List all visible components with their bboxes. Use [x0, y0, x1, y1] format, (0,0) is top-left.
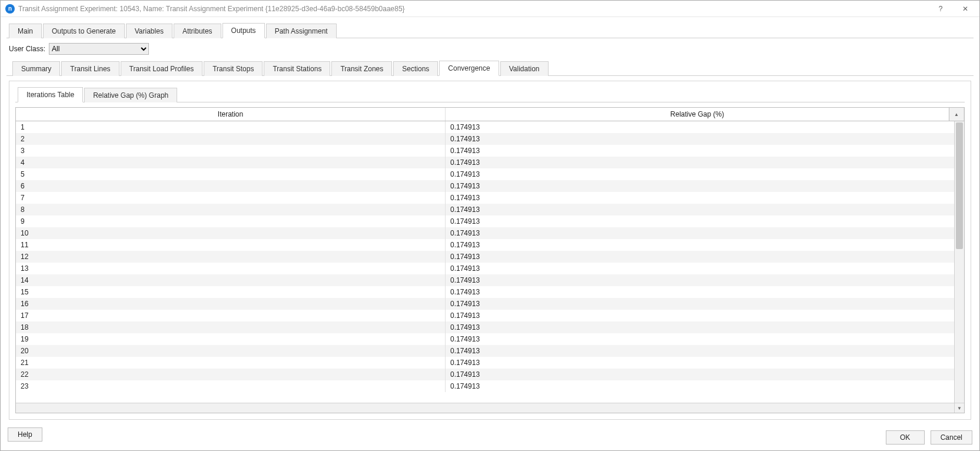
subtab-transit-lines[interactable]: Transit Lines	[61, 61, 119, 76]
table-row[interactable]: 50.174913	[16, 168, 954, 180]
table-row[interactable]: 30.174913	[16, 145, 954, 157]
tab-attributes[interactable]: Attributes	[174, 24, 221, 38]
tab-main[interactable]: Main	[9, 24, 42, 38]
cell-iteration: 21	[16, 357, 446, 369]
cell-gap: 0.174913	[446, 215, 954, 227]
user-class-select[interactable]: All	[49, 43, 149, 55]
table-row[interactable]: 120.174913	[16, 251, 954, 263]
titlebar: n Transit Assignment Experiment: 10543, …	[1, 1, 979, 17]
cell-iteration: 15	[16, 286, 446, 298]
cell-iteration: 10	[16, 227, 446, 239]
help-button[interactable]: Help	[8, 427, 42, 442]
hscroll-track	[16, 403, 954, 413]
table-row[interactable]: 20.174913	[16, 133, 954, 145]
user-class-label: User Class:	[9, 45, 45, 53]
table-row[interactable]: 110.174913	[16, 239, 954, 251]
table-row[interactable]: 230.174913	[16, 380, 954, 392]
table-row[interactable]: 140.174913	[16, 274, 954, 286]
cell-gap: 0.174913	[446, 121, 954, 133]
cell-gap: 0.174913	[446, 263, 954, 274]
cell-iteration: 19	[16, 333, 446, 345]
subtab-transit-zones[interactable]: Transit Zones	[331, 61, 392, 76]
subtab-transit-stops[interactable]: Transit Stops	[204, 61, 263, 76]
cell-iteration: 1	[16, 121, 446, 133]
tab-path-assignment[interactable]: Path Assignment	[266, 24, 337, 38]
scroll-down-icon[interactable]: ▼	[954, 403, 964, 413]
table-row[interactable]: 180.174913	[16, 321, 954, 333]
help-icon[interactable]: ?	[934, 5, 948, 13]
cell-iteration: 16	[16, 298, 446, 310]
column-header-gap[interactable]: Relative Gap (%)	[446, 108, 949, 121]
app-icon: n	[5, 4, 15, 14]
column-header-iteration[interactable]: Iteration	[16, 108, 446, 121]
table-row[interactable]: 10.174913	[16, 121, 954, 133]
cell-gap: 0.174913	[446, 204, 954, 215]
table-row[interactable]: 130.174913	[16, 263, 954, 274]
cell-gap: 0.174913	[446, 192, 954, 204]
subtab-summary[interactable]: Summary	[12, 61, 60, 76]
cell-iteration: 14	[16, 274, 446, 286]
table-row[interactable]: 210.174913	[16, 357, 954, 369]
tab-outputs-to-generate[interactable]: Outputs to Generate	[43, 24, 125, 38]
cell-iteration: 17	[16, 310, 446, 321]
tab-variables[interactable]: Variables	[126, 24, 172, 38]
cell-gap: 0.174913	[446, 298, 954, 310]
cell-gap: 0.174913	[446, 286, 954, 298]
scrollbar-thumb[interactable]	[956, 122, 963, 249]
cell-iteration: 8	[16, 204, 446, 215]
cell-iteration: 20	[16, 345, 446, 357]
table-row[interactable]: 190.174913	[16, 333, 954, 345]
cell-iteration: 23	[16, 380, 446, 392]
cell-gap: 0.174913	[446, 357, 954, 369]
window-title: Transit Assignment Experiment: 10543, Na…	[18, 5, 934, 13]
cell-gap: 0.174913	[446, 145, 954, 157]
subtab-validation[interactable]: Validation	[500, 61, 549, 76]
table-row[interactable]: 40.174913	[16, 157, 954, 168]
cell-iteration: 11	[16, 239, 446, 251]
cell-gap: 0.174913	[446, 333, 954, 345]
cell-iteration: 22	[16, 369, 446, 380]
table-header: Iteration Relative Gap (%) ▲	[16, 108, 964, 121]
cell-gap: 0.174913	[446, 157, 954, 168]
cell-gap: 0.174913	[446, 369, 954, 380]
table-row[interactable]: 150.174913	[16, 286, 954, 298]
innertab-iterations-table[interactable]: Iterations Table	[18, 87, 83, 102]
iterations-table: Iteration Relative Gap (%) ▲ 10.17491320…	[15, 107, 965, 413]
cell-gap: 0.174913	[446, 180, 954, 192]
table-row[interactable]: 200.174913	[16, 345, 954, 357]
subtab-transit-load-profiles[interactable]: Transit Load Profiles	[121, 61, 203, 76]
cell-iteration: 7	[16, 192, 446, 204]
table-row[interactable]: 70.174913	[16, 192, 954, 204]
subtab-sections[interactable]: Sections	[393, 61, 438, 76]
table-footer-scroll: ▼	[16, 403, 964, 413]
cell-iteration: 13	[16, 263, 446, 274]
sub-tabs: SummaryTransit LinesTransit Load Profile…	[6, 61, 974, 76]
vertical-scrollbar[interactable]	[954, 121, 964, 403]
scroll-up-icon[interactable]: ▲	[949, 108, 964, 121]
cell-iteration: 4	[16, 157, 446, 168]
close-icon[interactable]: ✕	[958, 5, 972, 13]
table-row[interactable]: 80.174913	[16, 204, 954, 215]
top-tabs: MainOutputs to GenerateVariablesAttribut…	[6, 23, 974, 38]
table-row[interactable]: 90.174913	[16, 215, 954, 227]
dialog-footer: Help OK Cancel	[1, 425, 979, 450]
cancel-button[interactable]: Cancel	[931, 430, 972, 445]
cell-gap: 0.174913	[446, 251, 954, 263]
subtab-transit-stations[interactable]: Transit Stations	[264, 61, 330, 76]
cell-iteration: 5	[16, 168, 446, 180]
table-row[interactable]: 100.174913	[16, 227, 954, 239]
cell-gap: 0.174913	[446, 227, 954, 239]
cell-gap: 0.174913	[446, 345, 954, 357]
subtab-convergence[interactable]: Convergence	[439, 61, 499, 76]
table-row[interactable]: 60.174913	[16, 180, 954, 192]
cell-iteration: 9	[16, 215, 446, 227]
table-row[interactable]: 170.174913	[16, 310, 954, 321]
table-row[interactable]: 160.174913	[16, 298, 954, 310]
cell-gap: 0.174913	[446, 239, 954, 251]
table-row[interactable]: 220.174913	[16, 369, 954, 380]
ok-button[interactable]: OK	[886, 430, 925, 445]
tab-outputs[interactable]: Outputs	[222, 23, 265, 38]
innertab-relative-gap-graph[interactable]: Relative Gap (%) Graph	[84, 88, 177, 102]
inner-tabs: Iterations TableRelative Gap (%) Graph	[15, 87, 965, 102]
cell-iteration: 3	[16, 145, 446, 157]
